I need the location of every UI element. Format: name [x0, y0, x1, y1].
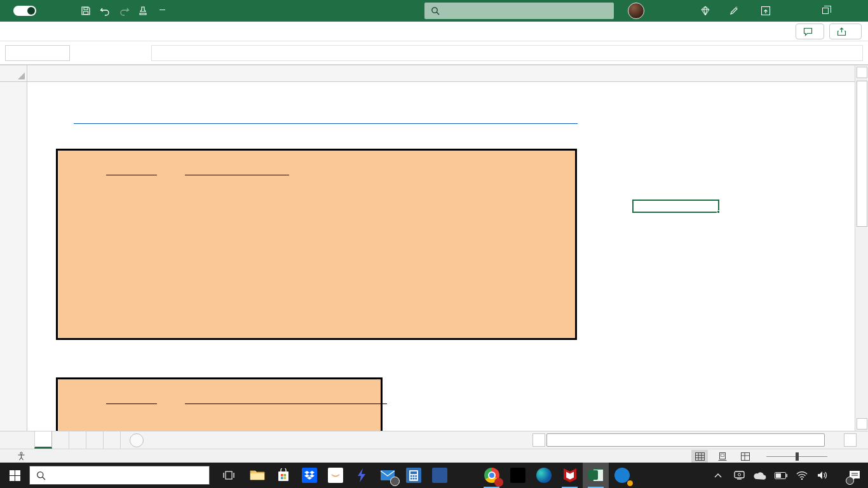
avatar[interactable]	[628, 3, 644, 19]
scroll-left-icon[interactable]	[532, 433, 545, 447]
dropbox-icon[interactable]	[296, 463, 322, 488]
balance-header[interactable]	[279, 392, 387, 404]
selected-cell-J10[interactable]	[632, 200, 719, 213]
ribbon-display-options-icon[interactable]	[757, 3, 774, 19]
volume-icon[interactable]	[815, 463, 831, 488]
comments-button[interactable]	[796, 24, 824, 39]
pencil-icon[interactable]	[726, 3, 742, 19]
sheet-tab-9-16[interactable]	[86, 431, 104, 449]
close-button[interactable]	[841, 0, 863, 22]
flash-app-icon[interactable]	[348, 463, 374, 488]
row-headers	[0, 82, 27, 431]
mcafee-icon[interactable]	[557, 463, 583, 488]
table-row	[58, 405, 381, 418]
citation-link[interactable]	[74, 108, 578, 124]
sheet-tab-project-evaluation[interactable]	[52, 431, 69, 449]
table-row	[58, 266, 575, 278]
vertical-scroll-thumb[interactable]	[857, 81, 867, 227]
tab-help[interactable]	[168, 27, 186, 35]
diamond-icon[interactable]	[697, 3, 714, 19]
start-button[interactable]	[0, 463, 29, 488]
sheet-tab-financial-analysis[interactable]	[34, 431, 52, 449]
share-button[interactable]	[829, 24, 862, 39]
vertical-scrollbar[interactable]	[855, 65, 868, 431]
page-break-view-icon[interactable]	[737, 450, 754, 463]
minimize-button[interactable]	[787, 0, 808, 22]
wifi-icon[interactable]	[794, 463, 810, 488]
calculator-icon[interactable]	[400, 463, 426, 488]
cancel-entry-icon[interactable]	[89, 45, 107, 61]
stamp-icon[interactable]	[135, 3, 151, 19]
task-view-icon[interactable]	[216, 463, 241, 488]
netflix-icon[interactable]	[505, 463, 531, 488]
onedrive-icon[interactable]	[752, 463, 768, 488]
scroll-up-icon[interactable]	[857, 67, 867, 78]
get-help-icon[interactable]	[609, 463, 635, 488]
scroll-right-icon[interactable]	[844, 433, 857, 447]
mail-icon[interactable]	[374, 463, 400, 488]
year-header[interactable]	[106, 392, 157, 404]
fill-handle[interactable]	[717, 210, 720, 214]
tab-view[interactable]	[150, 27, 168, 35]
tab-page-layout[interactable]	[79, 27, 97, 35]
sheet-tab-sheet1[interactable]	[104, 431, 121, 449]
sheet-grid[interactable]	[27, 82, 855, 431]
enter-entry-icon[interactable]	[109, 45, 127, 61]
customize-quick-access-icon[interactable]	[154, 3, 170, 19]
tab-review[interactable]	[132, 27, 150, 35]
new-sheet-button[interactable]	[130, 433, 144, 447]
toggle-knob	[27, 7, 35, 15]
autosave-toggle[interactable]	[13, 6, 36, 16]
meet-now-icon[interactable]	[731, 463, 747, 488]
zoom-thumb[interactable]	[796, 452, 799, 461]
tab-insert[interactable]	[43, 27, 61, 35]
page-layout-view-icon[interactable]	[714, 450, 731, 463]
year-header[interactable]	[106, 163, 157, 175]
restore-button[interactable]	[815, 0, 836, 22]
table-header-row	[58, 392, 381, 405]
sheet-tab-9-14[interactable]	[69, 431, 86, 449]
excel-icon[interactable]	[583, 463, 609, 488]
document-title-area[interactable]	[210, 0, 225, 22]
accessibility-status[interactable]	[17, 452, 29, 461]
restore-icon	[822, 8, 829, 14]
tray-expand-icon[interactable]	[710, 463, 726, 488]
select-all-corner[interactable]	[0, 65, 27, 82]
zoom-slider[interactable]	[766, 450, 827, 463]
normal-view-icon[interactable]	[691, 450, 708, 463]
accessibility-icon	[17, 452, 25, 461]
save-icon[interactable]	[78, 3, 94, 19]
share-icon	[837, 27, 846, 36]
formula-input[interactable]	[151, 45, 863, 61]
cashflow-header[interactable]	[185, 163, 289, 175]
chrome-icon[interactable]	[478, 463, 505, 488]
autosave-control[interactable]	[9, 0, 36, 22]
tab-draw[interactable]	[61, 27, 79, 35]
microsoft-store-icon[interactable]	[270, 463, 296, 488]
tab-formulas[interactable]	[97, 27, 114, 35]
tab-file[interactable]	[8, 27, 25, 35]
undo-icon[interactable]	[97, 3, 113, 19]
cashflow-header[interactable]	[185, 392, 289, 404]
internet-explorer-icon[interactable]	[452, 463, 478, 488]
payback-table	[56, 377, 383, 431]
column-headers	[27, 65, 855, 82]
formula-bar	[0, 41, 868, 65]
notification-center-icon[interactable]	[845, 463, 864, 488]
horizontal-scrollbar[interactable]	[532, 433, 858, 447]
edge-icon[interactable]	[531, 463, 557, 488]
horizontal-scroll-thumb[interactable]	[546, 433, 825, 447]
tab-home[interactable]	[25, 27, 43, 35]
tab-data[interactable]	[114, 27, 132, 35]
scroll-down-icon[interactable]	[857, 418, 867, 430]
insert-function-icon[interactable]	[130, 45, 147, 61]
word-icon[interactable]	[426, 463, 452, 488]
redo-icon[interactable]	[116, 3, 132, 19]
table-row	[58, 215, 575, 227]
name-box[interactable]	[5, 45, 70, 61]
file-explorer-icon[interactable]	[244, 463, 270, 488]
battery-icon[interactable]	[773, 463, 789, 488]
amazon-icon[interactable]	[322, 463, 348, 488]
search-box[interactable]	[424, 3, 614, 19]
taskbar-search[interactable]	[29, 466, 210, 485]
